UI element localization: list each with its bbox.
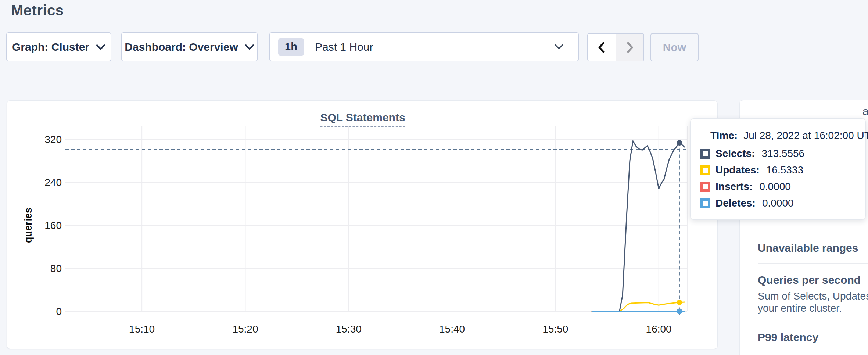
- deletes-series-swatch-icon: [700, 198, 710, 208]
- hover-dot-deletes: [677, 309, 682, 314]
- sidebar-clipped-text: a: [862, 105, 868, 118]
- series-line-selects: [592, 141, 685, 311]
- selects-series-swatch-icon: [700, 149, 710, 159]
- y-axis-label: queries: [23, 208, 34, 243]
- x-tick-label: 15:20: [232, 323, 258, 335]
- hover-dot-updates: [677, 300, 682, 305]
- y-tick-label: 320: [44, 134, 62, 145]
- x-tick-label: 15:40: [439, 323, 465, 335]
- y-tick-label: 80: [50, 263, 62, 274]
- series-line-updates: [592, 302, 685, 311]
- inserts-series-swatch-icon: [700, 182, 710, 192]
- x-tick-label: 15:10: [129, 323, 155, 335]
- y-tick-label: 160: [44, 220, 62, 231]
- tooltip-time-label: Time:: [710, 130, 738, 141]
- tooltip-row-deletes: Deletes: 0.0000: [700, 198, 794, 209]
- x-tick-label: 15:30: [336, 323, 362, 335]
- chart-hover-tooltip: Time:Jul 28, 2022 at 16:02:00 UTC Select…: [690, 118, 866, 220]
- divider: [758, 230, 868, 230]
- tooltip-series-label: Selects:: [715, 148, 755, 159]
- hover-dot-selects: [677, 140, 682, 146]
- tooltip-series-label: Deletes:: [715, 197, 756, 209]
- y-tick-label: 0: [56, 306, 62, 317]
- tooltip-row-inserts: Inserts: 0.0000: [700, 181, 791, 192]
- chart-title-wrap: SQL Statements: [320, 111, 405, 124]
- sidebar-item-queries-per-second: Queries per second: [758, 274, 861, 286]
- sidebar-item-description: your entire cluster.: [758, 302, 842, 314]
- tooltip-time-row: Time:Jul 28, 2022 at 16:02:00 UTC: [710, 130, 868, 141]
- x-tick-label: 15:50: [542, 323, 568, 335]
- sidebar-item-p99-latency: P99 latency: [758, 331, 818, 344]
- y-tick-label: 240: [44, 177, 62, 188]
- tooltip-row-selects: Selects: 313.5556: [700, 148, 804, 159]
- divider: [758, 263, 868, 264]
- chart-title[interactable]: SQL Statements: [320, 111, 405, 127]
- x-tick-label: 16:00: [646, 323, 672, 335]
- tooltip-series-value: 0.0000: [759, 181, 791, 193]
- divider: [758, 322, 868, 322]
- tooltip-series-value: 313.5556: [761, 148, 804, 159]
- sidebar-item-description: Sum of Selects, Updates, Inser: [758, 290, 868, 302]
- tooltip-time-value: Jul 28, 2022 at 16:02:00 UTC: [743, 130, 868, 141]
- sidebar-item-unavailable-ranges: Unavailable ranges: [758, 242, 858, 254]
- tooltip-series-label: Inserts:: [715, 181, 753, 193]
- metrics-page: Metrics Graph: Cluster Dashboard: Overvi…: [0, 0, 868, 355]
- tooltip-series-value: 0.0000: [762, 197, 794, 209]
- tooltip-series-label: Updates:: [715, 164, 760, 176]
- tooltip-series-value: 16.5333: [766, 164, 803, 176]
- tooltip-row-updates: Updates: 16.5333: [700, 165, 803, 176]
- updates-series-swatch-icon: [700, 165, 710, 175]
